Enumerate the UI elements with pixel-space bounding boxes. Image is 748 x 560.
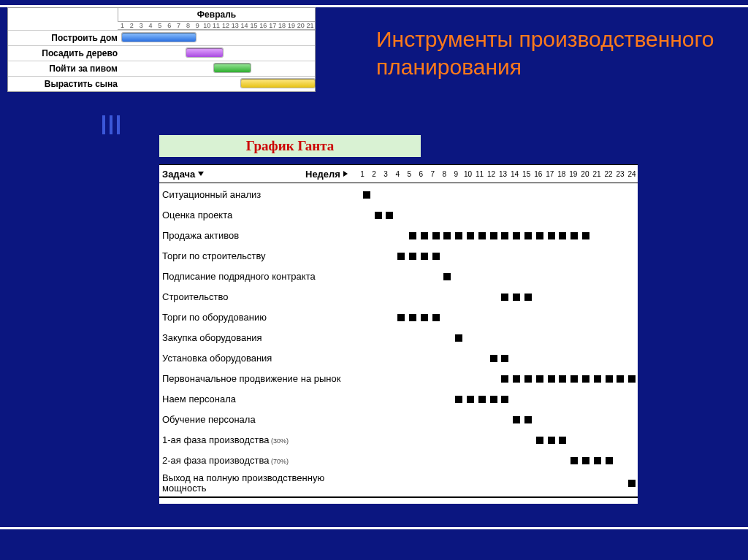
task-name: Наем персонала [159, 394, 361, 404]
gantt-mark [432, 314, 440, 321]
big-gantt-row: 2-ая фаза производства (70%) [159, 450, 638, 471]
mini-gantt-row: Посадить дерево [8, 45, 315, 61]
gantt-mark [467, 396, 474, 403]
gantt-mark [582, 232, 589, 239]
mini-gantt-row-label: Построить дом [8, 33, 122, 43]
mini-gantt-row-label: Посадить дерево [8, 48, 122, 58]
gantt-mark [524, 416, 532, 423]
mini-gantt-rows: Построить домПосадить деревоПойти за пив… [8, 30, 315, 91]
task-name: Первоначальное продвижение на рынок [159, 374, 361, 384]
big-gantt-row: Торги по оборудованию [159, 307, 638, 328]
bottom-divider [0, 527, 748, 529]
gantt-mark [570, 232, 578, 239]
slide-title: Инструменты производственного планирован… [376, 26, 733, 80]
big-gantt-row: Оценка проекта [159, 205, 638, 226]
gantt-mark [513, 232, 520, 239]
gantt-mark [478, 232, 486, 239]
task-name: Строительство [159, 292, 361, 302]
task-name: Ситуационный анализ [159, 190, 361, 200]
task-name: Торги по оборудованию [159, 312, 361, 323]
big-gantt-rows: Ситуационный анализОценка проектаПродажа… [159, 183, 638, 498]
gantt-mark [455, 396, 462, 403]
big-gantt-chart: Задача Неделя 12345678910111213141516171… [159, 164, 638, 504]
gantt-mark [455, 232, 462, 239]
mini-gantt-bar [122, 33, 196, 42]
task-name: Обучение персонала [159, 415, 361, 425]
gantt-mark [375, 212, 382, 219]
gantt-mark [536, 437, 543, 444]
task-name: 1-ая фаза производства (30%) [159, 435, 361, 445]
gantt-mark [432, 232, 440, 239]
gantt-mark [409, 253, 416, 260]
gantt-mark [594, 457, 601, 464]
gantt-mark [606, 457, 613, 464]
gantt-mark [524, 232, 532, 239]
mini-gantt-bar [214, 64, 251, 72]
big-gantt-row: 1-ая фаза производства (30%) [159, 430, 638, 450]
big-gantt-row: Торги по строительству [159, 246, 638, 266]
mini-gantt-bar [241, 79, 315, 88]
gantt-mark [490, 355, 497, 362]
mini-gantt-row: Пойти за пивом [8, 61, 315, 76]
gantt-mark [594, 375, 601, 383]
mini-gantt-days: 123456789101112131415161718192021 [118, 22, 315, 30]
gantt-mark [513, 294, 520, 301]
gantt-mark [617, 375, 624, 383]
gantt-mark [432, 253, 440, 260]
decorative-bars [102, 115, 120, 134]
gantt-mark [478, 396, 486, 403]
mini-gantt-month: Февраль [118, 8, 315, 22]
gantt-mark [501, 375, 508, 383]
gantt-mark [501, 355, 508, 362]
big-gantt-header: Задача Неделя 12345678910111213141516171… [159, 164, 638, 183]
gantt-mark [582, 457, 589, 464]
gantt-mark [443, 273, 451, 280]
task-name: Торги по строительству [159, 251, 361, 261]
task-name: Закупка оборудования [159, 333, 361, 343]
gantt-mark [443, 232, 451, 239]
big-gantt-row: Подписание подрядного контракта [159, 266, 638, 287]
task-name: Продажа активов [159, 231, 361, 241]
gantt-label: График Ганта [159, 135, 421, 157]
gantt-mark [570, 375, 578, 383]
gantt-mark [421, 232, 428, 239]
mini-gantt-row-label: Вырастить сына [8, 79, 122, 89]
gantt-mark [524, 375, 532, 383]
gantt-mark [363, 191, 370, 199]
gantt-mark [501, 294, 508, 301]
mini-gantt-bar [186, 48, 223, 57]
big-gantt-row: Выход на полную производственную мощност… [159, 471, 638, 498]
gantt-mark [606, 375, 613, 383]
big-gantt-row: Наем персонала [159, 389, 638, 410]
gantt-mark [548, 375, 555, 383]
gantt-mark [548, 437, 555, 444]
gantt-mark [536, 232, 543, 239]
gantt-mark [467, 232, 474, 239]
gantt-mark [524, 294, 532, 301]
big-gantt-row: Ситуационный анализ [159, 185, 638, 205]
gantt-mark [582, 375, 589, 383]
week-header: Неделя [305, 169, 340, 180]
mini-gantt-row: Построить дом [8, 30, 315, 45]
gantt-mark [513, 375, 520, 383]
task-header: Задача [162, 169, 195, 180]
big-gantt-week-numbers: 123456789101112131415161718192021222324 [356, 170, 638, 178]
big-gantt-row: Закупка оборудования [159, 328, 638, 348]
task-name: Оценка проекта [159, 210, 361, 220]
task-name: Установка оборудования [159, 353, 361, 364]
gantt-mark [490, 232, 497, 239]
task-name: Выход на полную производственную мощност… [159, 473, 361, 494]
mini-gantt-row-label: Пойти за пивом [8, 64, 122, 74]
gantt-mark [455, 334, 462, 342]
big-gantt-row: Первоначальное продвижение на рынок [159, 369, 638, 389]
gantt-mark [501, 232, 508, 239]
gantt-mark [628, 375, 636, 383]
mini-gantt-chart: Февраль 12345678910111213141516171819202… [7, 7, 316, 92]
gantt-mark [628, 480, 636, 487]
gantt-mark [559, 437, 566, 444]
gantt-mark [490, 396, 497, 403]
gantt-mark [397, 314, 405, 321]
task-name: Подписание подрядного контракта [159, 272, 361, 282]
mini-gantt-row: Вырастить сына [8, 76, 315, 91]
big-gantt-row: Установка оборудования [159, 348, 638, 369]
